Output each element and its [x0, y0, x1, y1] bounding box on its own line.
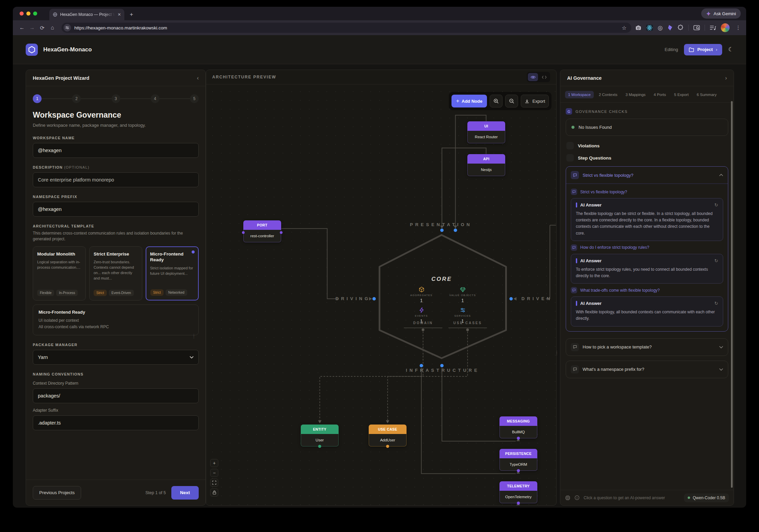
back-button[interactable]: ← [17, 23, 27, 33]
zoom-out-button[interactable] [505, 95, 518, 107]
chevron-right-icon: › [716, 47, 717, 52]
chip-icon[interactable] [565, 495, 570, 501]
url-text[interactable]: https://hexagen-monaco.martinkrakowski.c… [74, 25, 618, 30]
forward-button[interactable]: → [27, 23, 37, 33]
dark-mode-toggle-icon[interactable]: ☾ [728, 46, 733, 53]
node-messaging[interactable]: MESSAGING BullMQ [499, 416, 537, 438]
panel-scrollbar[interactable] [731, 101, 733, 488]
package-manager-select[interactable]: Yarn [33, 350, 199, 365]
visual-view-button[interactable] [528, 73, 538, 81]
collapse-panel-icon[interactable]: ‹ [197, 75, 199, 81]
tab-ports[interactable]: 4 Ports [651, 91, 669, 98]
home-button[interactable]: ⌂ [47, 23, 57, 33]
export-button[interactable]: Export [521, 95, 549, 107]
new-tab-button[interactable]: + [130, 11, 133, 18]
screenshot-extension-icon[interactable] [635, 25, 641, 31]
tag-strict: Strict [150, 289, 164, 296]
chevron-up-icon[interactable] [719, 174, 723, 176]
node-entity[interactable]: ENTITY User [301, 425, 339, 446]
node-port[interactable]: PORT rest-controller [243, 220, 281, 242]
reload-button[interactable]: ⟳ [37, 23, 47, 33]
node-use-case[interactable]: USE CASE AddUser [369, 425, 407, 446]
zoom-in-small-button[interactable]: + [210, 459, 218, 467]
folder-icon [689, 47, 694, 52]
regenerate-icon[interactable]: ↻ [714, 258, 718, 263]
node-telemetry[interactable]: TELEMETRY OpenTelemetry [499, 481, 537, 503]
architecture-canvas-panel: ARCHITECTURE PREVIEW [206, 70, 557, 506]
next-button[interactable]: Next [171, 486, 199, 500]
tab-workspace[interactable]: 1 Workspace [565, 91, 594, 98]
template-card-strict-enterprise[interactable]: Strict Enterprise Zero-trust boundaries.… [89, 246, 142, 300]
template-card-micro-frontend-ready[interactable]: Micro-Frontend Ready Strict isolation ma… [146, 246, 199, 300]
tab-close-icon[interactable]: ✕ [118, 12, 121, 17]
zoom-in-button[interactable] [490, 95, 503, 107]
sub-question[interactable]: What trade-offs come with flexible topol… [571, 287, 723, 293]
regenerate-icon[interactable]: ↻ [714, 202, 718, 208]
node-persistence[interactable]: PERSISTENCE TypeORM [499, 449, 537, 471]
template-card-modular-monolith[interactable]: Modular Monolith Logical separation with… [33, 246, 86, 300]
fit-view-button[interactable] [210, 479, 218, 487]
target-extension-icon[interactable]: ◎ [658, 24, 663, 31]
divider [705, 25, 705, 31]
gem-extension-icon[interactable] [667, 25, 673, 31]
zoom-in-icon [493, 98, 499, 104]
step-5[interactable]: 5 [190, 94, 199, 103]
question-card-collapsed[interactable]: How to pick a workspace template? [566, 338, 728, 356]
adapter-suffix-input[interactable]: .adapter.ts [33, 415, 199, 430]
zone-label-infrastructure: INFRASTRUCTURE [394, 368, 492, 373]
lock-button[interactable] [210, 488, 218, 497]
step-3[interactable]: 3 [112, 94, 120, 103]
violations-section[interactable]: Violations [566, 142, 728, 149]
address-bar[interactable]: https://hexagen-monaco.martinkrakowski.c… [62, 23, 631, 33]
browser-tab[interactable]: HexaGen Monaco — Project W ✕ [49, 9, 124, 20]
node-api[interactable]: API Nestjs [467, 154, 505, 176]
expand-panel-icon[interactable]: › [725, 75, 727, 81]
model-badge[interactable]: Qwen-Coder 0.5B [684, 493, 729, 502]
profile-avatar[interactable] [721, 23, 730, 32]
extensions-puzzle-icon[interactable] [678, 25, 684, 31]
tab-mappings[interactable]: 3 Mappings [622, 91, 648, 98]
panel-resize-handle[interactable]: ⋮⋮ [555, 352, 557, 354]
regenerate-icon[interactable]: ↻ [714, 301, 718, 306]
tab-export[interactable]: 5 Export [671, 91, 692, 98]
bookmark-star-icon[interactable]: ☆ [622, 25, 627, 31]
reading-mode-icon[interactable] [693, 25, 700, 31]
node-ui[interactable]: UI React Router [467, 121, 505, 143]
namespace-prefix-input[interactable]: @hexagen [33, 202, 199, 217]
step-2[interactable]: 2 [72, 94, 81, 103]
step-1[interactable]: 1 [33, 94, 42, 103]
canvas-toolbar: +Add Node Export [449, 92, 552, 110]
chat-bubble-icon [571, 171, 579, 179]
zoom-out-small-button[interactable]: − [210, 469, 218, 477]
playlist-icon[interactable] [710, 25, 716, 30]
step-questions-section[interactable]: Step Questions [566, 154, 728, 162]
code-view-button[interactable] [539, 73, 549, 81]
sub-question[interactable]: How do I enforce strict topology rules? [571, 244, 723, 251]
diagram-canvas[interactable]: PRESENTATION DRIVING DRIVEN INFRASTRUCTU… [206, 84, 556, 505]
add-node-button[interactable]: +Add Node [451, 95, 487, 107]
context-dir-input[interactable]: packages/ [33, 388, 199, 403]
question-card-collapsed[interactable]: What's a namespace prefix for? [566, 361, 728, 378]
close-window-button[interactable] [20, 11, 24, 16]
no-issues-text: No Issues Found [579, 125, 612, 130]
canvas-zoom-controls: + − [210, 459, 218, 497]
workspace-name-input[interactable]: @hexagen [33, 143, 199, 158]
eye-icon [531, 75, 536, 79]
tab-contexts[interactable]: 2 Contexts [596, 91, 620, 98]
panel-resize-handle[interactable]: ⋮⋮ [192, 335, 194, 337]
minimize-window-button[interactable] [26, 11, 30, 16]
architectural-template-label: ARCHITECTURAL TEMPLATE [33, 224, 199, 228]
sub-question[interactable]: Strict vs flexible topology? [571, 189, 723, 195]
browser-menu-icon[interactable]: ⋮ [734, 25, 742, 31]
previous-projects-button[interactable]: Previous Projects [33, 486, 81, 500]
description-input[interactable]: Core enterprise platform monorepo [33, 172, 199, 187]
window-controls[interactable] [13, 7, 42, 20]
question-card-header[interactable]: Strict vs flexible topology? [566, 167, 728, 184]
maximize-window-button[interactable] [33, 11, 37, 16]
react-devtools-icon[interactable] [646, 25, 653, 31]
project-button[interactable]: Project › [684, 44, 722, 55]
step-4[interactable]: 4 [151, 94, 160, 103]
tab-summary[interactable]: 6 Summary [694, 91, 720, 98]
ask-gemini-button[interactable]: Ask Gemini [701, 8, 741, 19]
site-info-icon[interactable] [64, 24, 71, 31]
